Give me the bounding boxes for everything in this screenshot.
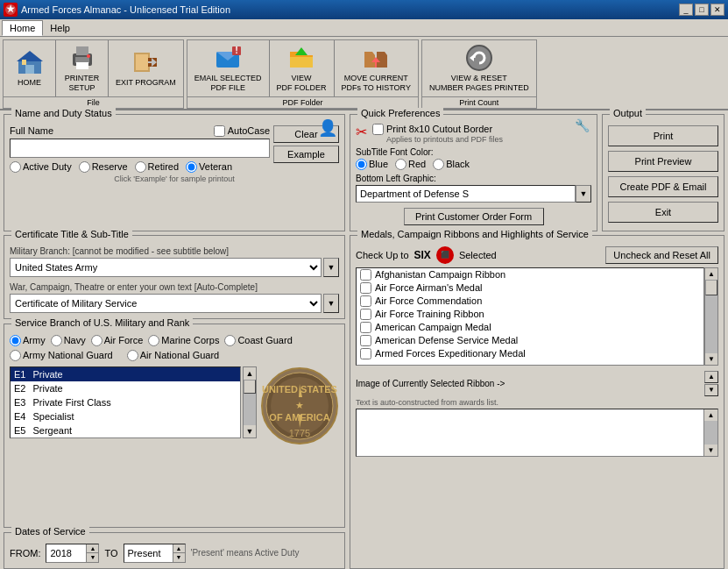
print-border-label[interactable]: Print 8x10 Cutout Border xyxy=(372,124,503,135)
view-reset-button[interactable]: VIEW & RESETNUMBER PAGES PRINTED xyxy=(422,40,536,96)
active-duty-radio-label[interactable]: Active Duty xyxy=(10,161,72,173)
veteran-radio[interactable] xyxy=(186,161,197,173)
rank-list[interactable]: E1Private E2Private E3Private First Clas… xyxy=(10,366,241,438)
svg-marker-20 xyxy=(295,47,307,55)
air-ng-radio-label[interactable]: Air National Guard xyxy=(127,350,220,361)
rank-item-e5[interactable]: E5Sergeant xyxy=(11,423,240,437)
to-year-down[interactable]: ▼ xyxy=(173,553,185,562)
medals-scroll-down[interactable]: ▼ xyxy=(706,353,717,365)
create-pdf-button[interactable]: Create PDF & Email xyxy=(608,176,718,197)
rank-item-e6[interactable]: E6Staff Sergeant xyxy=(11,437,240,438)
army-radio-label[interactable]: Army xyxy=(10,335,46,346)
air-ng-radio[interactable] xyxy=(127,350,138,361)
medal-afghanistan-cb[interactable] xyxy=(360,269,371,281)
exit-button[interactable]: Exit xyxy=(608,202,718,223)
email-pdf-button[interactable]: ! EMAIL SELECTEDPDF FILE xyxy=(187,40,270,96)
coastguard-radio-label[interactable]: Coast Guard xyxy=(224,335,292,346)
home-button[interactable]: HOME xyxy=(4,40,56,96)
airforce-radio-label[interactable]: Air Force xyxy=(91,335,144,346)
to-year-input[interactable] xyxy=(124,544,173,562)
medal-airforce-training[interactable]: Air Force Training Ribbon xyxy=(357,308,703,321)
from-year-down[interactable]: ▼ xyxy=(86,553,98,562)
medal-american-campaign-cb[interactable] xyxy=(360,322,371,333)
medal-airforce-training-cb[interactable] xyxy=(360,309,371,320)
ribbon-content-scroll-up[interactable]: ▲ xyxy=(706,409,717,421)
military-branch-select[interactable]: United States Army xyxy=(10,258,322,277)
black-radio[interactable] xyxy=(433,159,444,170)
red-radio-label[interactable]: Red xyxy=(395,159,426,170)
reserve-radio-label[interactable]: Reserve xyxy=(79,161,128,173)
medals-list[interactable]: Afghanistan Campaign Ribbon Air Force Ai… xyxy=(356,267,704,366)
marines-radio-label[interactable]: Marine Corps xyxy=(148,335,219,346)
medal-afghanistan[interactable]: Afghanistan Campaign Ribbon xyxy=(357,268,703,281)
rank-scroll-up[interactable]: ▲ xyxy=(244,367,256,380)
coastguard-radio[interactable] xyxy=(224,335,236,346)
view-folder-button[interactable]: VIEWPDF FOLDER xyxy=(270,40,335,96)
printer-setup-button[interactable]: PRINTERSETUP xyxy=(56,40,109,96)
to-year-up[interactable]: ▲ xyxy=(173,544,185,553)
medal-airforce-commendation-cb[interactable] xyxy=(360,295,371,307)
medal-american-defense[interactable]: American Defense Service Medal xyxy=(357,334,703,347)
minimize-button[interactable]: _ xyxy=(679,4,693,16)
rank-scroll-thumb[interactable] xyxy=(244,380,256,394)
military-branch-dropdown[interactable]: ▼ xyxy=(323,258,339,277)
ribbon-scroll-up[interactable]: ▲ xyxy=(704,371,718,383)
reserve-radio[interactable] xyxy=(79,161,90,173)
army-ng-radio[interactable] xyxy=(10,350,21,361)
autocase-checkbox[interactable] xyxy=(214,125,225,137)
uncheck-reset-button[interactable]: Uncheck and Reset All xyxy=(605,246,718,264)
maximize-button[interactable]: □ xyxy=(695,4,709,16)
from-year-up[interactable]: ▲ xyxy=(86,544,98,553)
rank-scroll-down[interactable]: ▼ xyxy=(244,425,256,437)
rank-item-e1[interactable]: E1Private xyxy=(11,367,240,381)
army-ng-radio-label[interactable]: Army National Guard xyxy=(10,350,113,361)
red-radio[interactable] xyxy=(395,159,406,170)
rank-scrollbar[interactable]: ▲ ▼ xyxy=(243,366,257,438)
ribbon-content-scroll-down[interactable]: ▼ xyxy=(706,445,717,456)
army-radio[interactable] xyxy=(10,335,21,346)
autocase-checkbox-label[interactable]: AutoCase xyxy=(214,125,270,137)
rank-item-e4[interactable]: E4Specialist xyxy=(11,409,240,423)
retired-radio[interactable] xyxy=(135,161,146,173)
full-name-input[interactable] xyxy=(10,139,270,158)
retired-radio-label[interactable]: Retired xyxy=(135,161,179,173)
medal-airforce-airman-cb[interactable] xyxy=(360,282,371,294)
war-campaign-select[interactable]: Certificate of Military Service xyxy=(10,294,322,313)
airforce-radio[interactable] xyxy=(91,335,102,346)
print-preview-button[interactable]: Print Preview xyxy=(608,151,718,172)
blue-radio[interactable] xyxy=(356,159,367,170)
medals-scrollbar[interactable]: ▲ ▼ xyxy=(704,267,718,366)
close-button[interactable]: ✕ xyxy=(710,4,724,16)
medal-american-defense-cb[interactable] xyxy=(360,335,371,346)
bottom-graphic-input[interactable] xyxy=(356,185,576,203)
marines-radio[interactable] xyxy=(148,335,159,346)
medal-american-campaign[interactable]: American Campaign Medal xyxy=(357,321,703,334)
menu-home[interactable]: Home xyxy=(2,20,43,36)
print-order-button[interactable]: Print Customer Order Form xyxy=(404,208,544,225)
medal-airforce-commendation[interactable]: Air Force Commendation xyxy=(357,295,703,308)
print-border-checkbox[interactable] xyxy=(372,124,384,135)
medals-scroll-up[interactable]: ▲ xyxy=(706,268,717,280)
rank-item-e3[interactable]: E3Private First Class xyxy=(11,395,240,409)
from-year-input[interactable] xyxy=(46,544,86,562)
ribbon-scroll-down[interactable]: ▼ xyxy=(704,384,718,396)
navy-radio-label[interactable]: Navy xyxy=(51,335,86,346)
print-button[interactable]: Print xyxy=(608,125,718,146)
rank-item-e2[interactable]: E2Private xyxy=(11,381,240,395)
active-duty-radio[interactable] xyxy=(10,161,21,173)
navy-radio[interactable] xyxy=(51,335,62,346)
medal-armed-forces-exp-cb[interactable] xyxy=(360,348,371,359)
move-pdfs-button[interactable]: MOVE CURRENTPDFs TO HISTORY xyxy=(335,40,418,96)
ribbon-content-scrollbar[interactable]: ▲ ▼ xyxy=(703,409,717,456)
veteran-radio-label[interactable]: Veteran xyxy=(186,161,232,173)
blue-radio-label[interactable]: Blue xyxy=(356,159,388,170)
medals-scroll-thumb[interactable] xyxy=(705,280,717,295)
example-button[interactable]: Example xyxy=(273,146,339,163)
medal-airforce-airman[interactable]: Air Force Airman's Medal xyxy=(357,281,703,295)
bottom-graphic-dropdown[interactable]: ▼ xyxy=(576,185,591,203)
medal-armed-forces-exp[interactable]: Armed Forces Expeditionary Medal xyxy=(357,347,703,360)
exit-program-button[interactable]: EXIT PROGRAM xyxy=(109,40,183,96)
black-radio-label[interactable]: Black xyxy=(433,159,470,170)
menu-help[interactable]: Help xyxy=(43,21,77,35)
war-campaign-dropdown[interactable]: ▼ xyxy=(323,294,339,313)
